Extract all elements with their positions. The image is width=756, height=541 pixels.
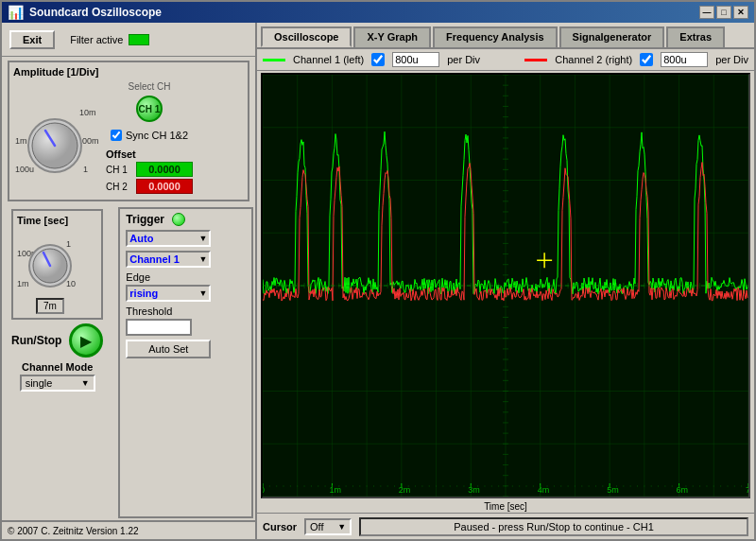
- time-axis-label: Time [sec]: [257, 501, 754, 512]
- ch1-label: CH 1: [106, 165, 132, 175]
- close-button[interactable]: ✕: [733, 6, 748, 19]
- svg-text:1: 1: [83, 165, 88, 174]
- time-runstop-area: Time [sec] 100m 1 1m 10: [2, 205, 112, 520]
- svg-text:1m: 1m: [15, 136, 27, 146]
- ch1-indicator[interactable]: CH 1: [136, 96, 163, 122]
- channel-mode-value: single: [26, 377, 53, 389]
- auto-set-button[interactable]: Auto Set: [126, 340, 211, 358]
- tab-extras[interactable]: Extras: [666, 26, 725, 47]
- offset-section: Offset CH 1 0.0000 CH 2 0.0000: [106, 148, 193, 196]
- sync-label: Sync CH 1&2: [126, 130, 188, 141]
- time-section: Time [sec] 100m 1 1m 10: [11, 209, 103, 320]
- copyright-text: © 2007 C. Zeitnitz Version 1.22: [8, 526, 139, 536]
- titlebar-buttons: — □ ✕: [699, 6, 748, 19]
- trigger-edge-arrow: ▼: [198, 288, 207, 298]
- copyright-bar: © 2007 C. Zeitnitz Version 1.22: [2, 520, 255, 539]
- trigger-channel-value: Channel 1: [129, 253, 180, 265]
- ch1-per-div-label: per Div: [447, 54, 480, 65]
- ch1-color-line: [263, 59, 285, 61]
- cursor-value: Off: [310, 521, 323, 532]
- filter-label: Filter active: [70, 34, 123, 45]
- time-knob[interactable]: 100m 1 1m 10: [17, 230, 83, 314]
- threshold-input[interactable]: 0.01: [126, 319, 192, 336]
- cursor-arrow: ▼: [337, 522, 346, 532]
- trigger-header: Trigger: [126, 213, 246, 226]
- bottom-bar: Cursor Off ▼ Paused - press Run/Stop to …: [257, 513, 754, 539]
- amplitude-knob[interactable]: 1m 100u 10m 100m 1: [13, 96, 98, 182]
- ch2-offset-value[interactable]: 0.0000: [136, 179, 193, 194]
- offset-label: Offset: [106, 148, 193, 160]
- ch1-offset-row: CH 1 0.0000: [106, 162, 193, 177]
- trigger-edge-dropdown[interactable]: rising ▼: [126, 285, 211, 302]
- time-value-display: 7m: [36, 298, 64, 314]
- cursor-label: Cursor: [263, 521, 297, 532]
- cursor-dropdown[interactable]: Off ▼: [304, 518, 352, 535]
- tab-oscilloscope[interactable]: Oscilloscope: [261, 26, 352, 47]
- left-panel: Exit Filter active Amplitude [1/Div] 1m …: [2, 23, 257, 539]
- sync-checkbox[interactable]: [111, 130, 122, 141]
- ch1-per-div-input[interactable]: [392, 52, 439, 67]
- tab-xy-graph[interactable]: X-Y Graph: [353, 26, 431, 47]
- channel-mode-arrow: ▼: [81, 378, 90, 388]
- channel-mode-label: Channel Mode: [22, 361, 93, 373]
- exit-button[interactable]: Exit: [9, 30, 55, 49]
- edge-label: Edge: [126, 271, 246, 283]
- select-ch-area: Select CH CH 1 Sync CH 1&2 Offset CH 1 0…: [106, 81, 193, 196]
- trigger-channel-arrow: ▼: [198, 254, 207, 264]
- tabs-bar: Oscilloscope X-Y Graph Frequency Analysi…: [257, 23, 754, 47]
- amplitude-section: Amplitude [1/Div] 1m 100u 10m 100m 1: [8, 61, 249, 201]
- select-ch-label: Select CH: [128, 81, 170, 92]
- ch2-label: CH 2: [106, 182, 132, 192]
- status-bar: Paused - press Run/Stop to continue - CH…: [359, 517, 748, 536]
- status-text: Paused - press Run/Stop to continue - CH…: [454, 521, 654, 532]
- app-title: Soundcard Oszilloscope: [29, 6, 162, 19]
- tab-signalgenerator[interactable]: Signalgenerator: [559, 26, 665, 47]
- svg-text:10: 10: [66, 279, 76, 288]
- trigger-title: Trigger: [126, 213, 164, 226]
- scope-canvas: [263, 75, 748, 497]
- runstop-button[interactable]: ▶: [69, 323, 103, 358]
- trigger-led: [172, 213, 185, 226]
- ch2-per-div-label: per Div: [715, 54, 748, 65]
- app-icon: 📊: [8, 5, 24, 20]
- top-controls: Exit Filter active: [2, 23, 255, 57]
- amplitude-title: Amplitude [1/Div]: [13, 66, 244, 78]
- ch2-offset-row: CH 2 0.0000: [106, 179, 193, 194]
- ch1-channel-label: Channel 1 (left): [293, 54, 364, 65]
- main-container: Exit Filter active Amplitude [1/Div] 1m …: [2, 23, 754, 539]
- maximize-button[interactable]: □: [716, 6, 731, 19]
- runstop-label: Run/Stop: [11, 334, 61, 347]
- svg-text:1m: 1m: [17, 279, 29, 288]
- channel-mode-dropdown[interactable]: single ▼: [20, 375, 95, 392]
- minimize-button[interactable]: —: [699, 6, 714, 19]
- time-inner: 100m 1 1m 10: [17, 230, 97, 314]
- trigger-mode-value: Auto: [129, 233, 153, 244]
- runstop-section: Run/Stop ▶: [11, 323, 103, 358]
- svg-text:1: 1: [66, 239, 71, 249]
- channel-mode-section: Channel Mode single ▼: [11, 361, 103, 392]
- amplitude-inner: 1m 100u 10m 100m 1: [13, 81, 244, 196]
- trigger-channel-dropdown[interactable]: Channel 1 ▼: [126, 251, 211, 268]
- trigger-mode-dropdown[interactable]: Auto ▼: [126, 230, 211, 247]
- ch2-checkbox[interactable]: [640, 53, 653, 66]
- time-title: Time [sec]: [17, 215, 97, 226]
- sync-row: Sync CH 1&2: [111, 130, 188, 141]
- titlebar: 📊 Soundcard Oszilloscope — □ ✕: [2, 2, 754, 23]
- filter-active-indicator: Filter active: [70, 34, 149, 45]
- trigger-edge-value: rising: [129, 288, 158, 299]
- trigger-mode-arrow: ▼: [198, 234, 207, 243]
- ch2-color-line: [524, 59, 547, 61]
- tab-frequency-analysis[interactable]: Frequency Analysis: [433, 26, 558, 47]
- svg-text:100u: 100u: [15, 165, 34, 174]
- scope-display: [261, 73, 750, 498]
- ch2-per-div-input[interactable]: [661, 52, 708, 67]
- filter-led: [129, 34, 149, 45]
- trigger-section: Trigger Auto ▼ Channel 1 ▼ Edge rising: [118, 207, 253, 518]
- threshold-label: Threshold: [126, 305, 246, 317]
- middle-left: Time [sec] 100m 1 1m 10: [2, 205, 255, 520]
- ch2-channel-label: Channel 2 (right): [555, 54, 632, 65]
- channel-row: Channel 1 (left) per Div Channel 2 (righ…: [257, 47, 754, 71]
- ch1-checkbox[interactable]: [371, 53, 385, 66]
- ch1-offset-value[interactable]: 0.0000: [136, 162, 193, 177]
- svg-text:10m: 10m: [79, 108, 96, 117]
